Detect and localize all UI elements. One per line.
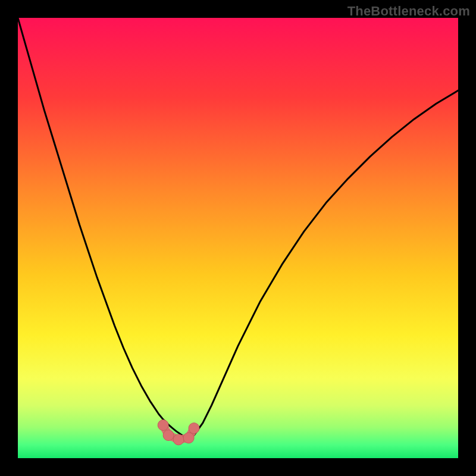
data-marker [183, 433, 194, 443]
plot-area [18, 18, 458, 458]
data-marker [189, 423, 199, 434]
data-marker [163, 430, 174, 441]
data-marker [158, 420, 168, 431]
chart-svg [18, 18, 458, 458]
data-marker [173, 434, 184, 445]
watermark-text: TheBottleneck.com [347, 4, 470, 19]
chart-frame: TheBottleneck.com [0, 0, 476, 476]
